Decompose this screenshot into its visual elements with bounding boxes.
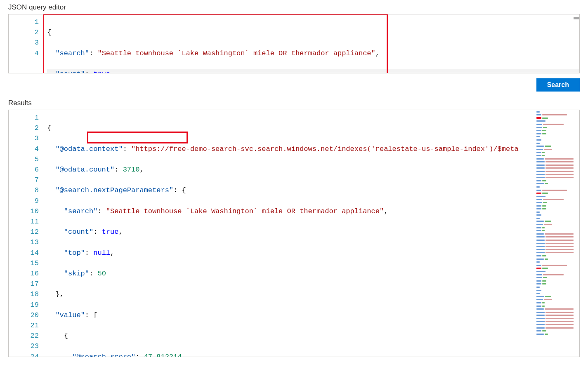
results-code-area[interactable]: { "@odata.context": "https://free-demo-s… <box>44 110 533 357</box>
editor-scroll-marker <box>574 17 579 19</box>
search-button[interactable]: Search <box>536 78 580 92</box>
highlight-box-count <box>87 132 188 143</box>
results-minimap[interactable] <box>533 110 579 357</box>
query-editor-panel[interactable]: 1 2 3 4 { "search": "Seattle townhouse `… <box>8 14 580 73</box>
editor-line-gutter: 1 2 3 4 <box>9 14 44 73</box>
button-row: Search <box>0 73 588 96</box>
editor-code-area[interactable]: { "search": "Seattle townhouse `Lake Was… <box>44 14 579 73</box>
results-panel[interactable]: 1 2 3 4 5 6 7 8 9 10 11 12 13 14 15 16 1… <box>8 110 580 357</box>
results-section-label: Results <box>0 96 588 110</box>
editor-section-label: JSON query editor <box>0 0 588 14</box>
results-line-gutter: 1 2 3 4 5 6 7 8 9 10 11 12 13 14 15 16 1… <box>9 110 44 357</box>
